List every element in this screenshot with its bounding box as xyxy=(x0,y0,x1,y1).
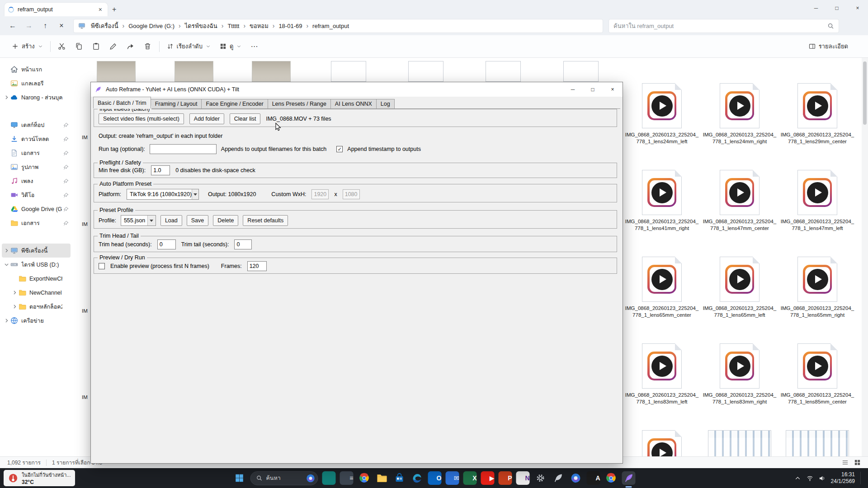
save-button[interactable]: Save xyxy=(187,215,209,226)
partial-file-thumbnail[interactable] xyxy=(563,61,599,82)
file-tile[interactable] xyxy=(704,430,775,456)
min-free-disk-input[interactable] xyxy=(151,165,170,175)
delete-button[interactable]: Delete xyxy=(213,215,238,226)
photoshop-app[interactable]: A xyxy=(587,471,600,485)
taskbar-clock[interactable]: 16:31 24/1/2569 xyxy=(831,471,855,485)
scrollbar-thumb[interactable] xyxy=(863,61,867,125)
file-tile[interactable]: IMG_0868_20260123_225204_ 778_1_lens47mm… xyxy=(704,170,775,251)
expand-chevron-icon[interactable] xyxy=(4,136,9,142)
notepad-app[interactable]: ≡ xyxy=(340,471,354,485)
details-pane-button[interactable]: รายละเอียด xyxy=(804,38,853,55)
expand-chevron-icon[interactable] xyxy=(4,94,9,100)
share-button[interactable] xyxy=(122,38,139,55)
breadcrumb-item[interactable]: Tttttt xyxy=(226,22,241,30)
window-maximize-button[interactable]: □ xyxy=(826,0,847,16)
expand-chevron-icon[interactable] xyxy=(4,80,9,86)
clear-list-button[interactable]: Clear list xyxy=(230,113,261,124)
trim-head-input[interactable] xyxy=(157,239,176,249)
sidebar-item[interactable]: Google Drive (G:) xyxy=(2,202,71,216)
custom-height-input[interactable] xyxy=(343,189,360,199)
file-tile[interactable]: IMG_0868_20260123_225204_ 778_1_lens65mm… xyxy=(626,257,698,338)
expand-chevron-icon[interactable] xyxy=(4,150,9,156)
file-tile[interactable]: IMG_0868_20260123_225204_ 778_1_lens47mm… xyxy=(782,170,853,251)
expand-chevron-icon[interactable] xyxy=(4,220,9,226)
dialog-close-button[interactable]: × xyxy=(603,82,623,97)
breadcrumb-item[interactable]: refram_output xyxy=(311,22,351,30)
expand-chevron-icon[interactable] xyxy=(12,290,18,296)
view-button[interactable]: ดู xyxy=(215,38,246,55)
sidebar-item[interactable]: ดอฯหลักล็อค2026 xyxy=(2,300,71,314)
file-tile[interactable]: IMG_0868_20260123_225204_ 778_1_lens41mm… xyxy=(626,170,698,251)
file-explorer-app[interactable] xyxy=(375,471,389,485)
expand-chevron-icon[interactable] xyxy=(12,276,18,282)
window-close-button[interactable]: × xyxy=(847,0,868,16)
sidebar-item[interactable]: เดสก์ท็อป xyxy=(2,118,71,132)
details-view-icon[interactable] xyxy=(842,459,849,466)
sidebar-item[interactable]: เอกสาร xyxy=(2,146,71,160)
sidebar-item[interactable]: ไดรฟ์ USB (D:) xyxy=(2,258,71,272)
delete-button[interactable] xyxy=(139,38,156,55)
paste-button[interactable] xyxy=(88,38,105,55)
sidebar-item[interactable]: พีซีเครื่องนี้ xyxy=(2,244,71,258)
partial-file-thumbnail[interactable] xyxy=(97,61,136,82)
sort-button[interactable]: เรียงลำดับ xyxy=(162,38,215,55)
partial-file-thumbnail[interactable] xyxy=(252,61,291,82)
breadcrumb-item[interactable]: พีซีเครื่องนี้ xyxy=(89,20,120,32)
expand-chevron-icon[interactable] xyxy=(4,206,9,212)
window-minimize-button[interactable]: ─ xyxy=(806,0,826,16)
breadcrumb-bar[interactable]: › พีซีเครื่องนี้ › Google Drive (G:) › ไ… xyxy=(73,19,603,33)
dialog-tab[interactable]: Basic / Batch / Trim xyxy=(93,97,151,108)
back-button[interactable]: ← xyxy=(5,18,21,33)
expand-chevron-icon[interactable] xyxy=(4,122,9,128)
file-tile[interactable] xyxy=(626,430,698,456)
dialog-maximize-button[interactable]: □ xyxy=(583,82,603,97)
sidebar-item[interactable]: เครือข่าย xyxy=(2,314,71,328)
tray-chevron-up-icon[interactable] xyxy=(794,475,801,482)
expand-chevron-icon[interactable] xyxy=(4,192,9,198)
run-tag-input[interactable] xyxy=(150,144,217,154)
volume-icon[interactable] xyxy=(819,475,826,482)
breadcrumb-item[interactable]: ไดรฟ์ของฉัน xyxy=(183,20,219,32)
sidebar-item[interactable]: แกลเลอรี xyxy=(2,76,71,90)
add-folder-button[interactable]: Add folder xyxy=(189,113,224,124)
chrome-app[interactable] xyxy=(358,471,371,485)
expand-chevron-icon[interactable] xyxy=(4,164,9,170)
partial-file-thumbnail[interactable] xyxy=(175,61,213,82)
outlook-app[interactable]: O xyxy=(428,471,442,485)
breadcrumb-item[interactable]: ขอหอม xyxy=(248,20,270,32)
trim-tail-input[interactable] xyxy=(234,239,252,249)
select-video-files-button[interactable]: Select video files (multi-select) xyxy=(99,113,184,124)
load-button[interactable]: Load xyxy=(160,215,182,226)
edge-app[interactable] xyxy=(410,471,424,485)
start-button[interactable] xyxy=(233,471,246,485)
rename-button[interactable] xyxy=(105,38,122,55)
wifi-icon[interactable] xyxy=(807,475,813,482)
search-input[interactable] xyxy=(613,23,827,29)
dialog-title-bar[interactable]: Auto Reframe - YuNet + AI Lens (ONNX CUD… xyxy=(91,82,623,97)
expand-chevron-icon[interactable] xyxy=(4,248,9,253)
sidebar-item[interactable]: วิดีโอ xyxy=(2,188,71,202)
pen-app[interactable] xyxy=(552,471,565,485)
sidebar-item[interactable]: หน้าแรก xyxy=(2,62,71,76)
tab-close-icon[interactable]: × xyxy=(97,6,104,13)
chrome-app-2[interactable] xyxy=(604,471,618,485)
append-timestamp-checkbox[interactable]: ✓ xyxy=(336,146,343,152)
file-tile[interactable]: IMG_0868_20260123_225204_ 778_1_lens24mm… xyxy=(626,83,698,164)
enable-preview-checkbox[interactable] xyxy=(99,263,105,269)
taskbar-search[interactable]: ค้นหา xyxy=(250,471,318,485)
sidebar-item[interactable]: ดาวน์โหลด xyxy=(2,132,71,146)
sidebar-item[interactable]: ExportNewChanel xyxy=(2,272,71,286)
expand-chevron-icon[interactable] xyxy=(4,178,9,184)
reframe-app[interactable] xyxy=(622,471,636,485)
breadcrumb-item[interactable]: Google Drive (G:) xyxy=(127,22,176,30)
dialog-tab[interactable]: Face Engine / Encoder xyxy=(201,99,268,108)
up-button[interactable]: ↑ xyxy=(37,18,53,33)
stop-refresh-button[interactable]: × xyxy=(53,18,70,33)
dialog-tab[interactable]: AI Lens ONNX xyxy=(330,99,377,108)
dialog-tab[interactable]: Lens Presets / Range xyxy=(268,99,331,108)
dialog-tab[interactable]: Log xyxy=(376,99,395,108)
file-tile[interactable]: IMG_0868_20260123_225204_ 778_1_lens65mm… xyxy=(782,257,853,338)
excel-app[interactable]: X xyxy=(463,471,477,485)
explorer-search-box[interactable] xyxy=(609,19,839,33)
file-tile[interactable]: IMG_0868_20260123_225204_ 778_1_lens83mm… xyxy=(626,343,698,425)
